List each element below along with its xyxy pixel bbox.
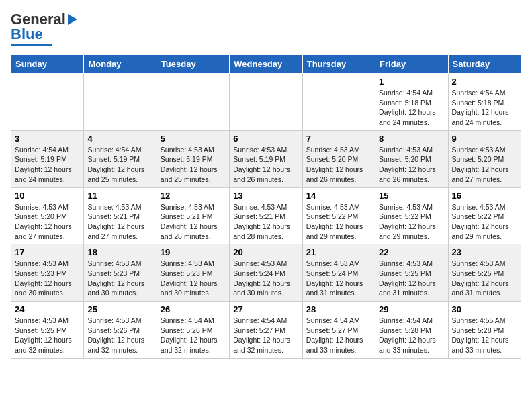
day-info: Sunrise: 4:54 AMSunset: 5:19 PMDaylight:… <box>87 145 152 185</box>
day-number: 4 <box>87 134 152 144</box>
day-number: 16 <box>452 191 517 201</box>
day-info: Sunrise: 4:53 AMSunset: 5:25 PMDaylight:… <box>15 316 80 355</box>
calendar-cell: 11Sunrise: 4:53 AMSunset: 5:21 PMDayligh… <box>84 187 157 244</box>
day-number: 28 <box>306 304 371 314</box>
day-number: 15 <box>379 191 444 201</box>
header-row: SundayMondayTuesdayWednesdayThursdayFrid… <box>11 55 521 74</box>
calendar-cell: 6Sunrise: 4:53 AMSunset: 5:19 PMDaylight… <box>230 130 302 187</box>
calendar-cell: 18Sunrise: 4:53 AMSunset: 5:23 PMDayligh… <box>84 244 157 302</box>
day-number: 23 <box>452 247 517 257</box>
day-info: Sunrise: 4:54 AMSunset: 5:18 PMDaylight:… <box>452 88 517 128</box>
day-number: 20 <box>233 247 298 257</box>
calendar-cell: 28Sunrise: 4:54 AMSunset: 5:27 PMDayligh… <box>302 302 375 359</box>
day-info: Sunrise: 4:53 AMSunset: 5:25 PMDaylight:… <box>379 259 444 298</box>
day-info: Sunrise: 4:53 AMSunset: 5:24 PMDaylight:… <box>233 259 298 298</box>
day-info: Sunrise: 4:53 AMSunset: 5:23 PMDaylight:… <box>161 259 226 298</box>
calendar-cell: 27Sunrise: 4:54 AMSunset: 5:27 PMDayligh… <box>230 302 302 359</box>
day-info: Sunrise: 4:53 AMSunset: 5:19 PMDaylight:… <box>161 145 226 185</box>
calendar-cell: 19Sunrise: 4:53 AMSunset: 5:23 PMDayligh… <box>157 244 229 302</box>
day-info: Sunrise: 4:54 AMSunset: 5:19 PMDaylight:… <box>15 145 80 185</box>
day-number: 1 <box>379 77 444 87</box>
calendar-cell: 30Sunrise: 4:55 AMSunset: 5:28 PMDayligh… <box>448 302 521 359</box>
calendar-cell: 25Sunrise: 4:53 AMSunset: 5:26 PMDayligh… <box>84 302 157 359</box>
calendar-table: SundayMondayTuesdayWednesdayThursdayFrid… <box>11 54 521 359</box>
day-info: Sunrise: 4:53 AMSunset: 5:22 PMDaylight:… <box>379 202 444 242</box>
calendar-week-1: 1Sunrise: 4:54 AMSunset: 5:18 PMDaylight… <box>11 74 521 131</box>
calendar-cell <box>11 74 84 131</box>
weekday-header-wednesday: Wednesday <box>230 55 302 74</box>
logo-underline <box>11 44 52 46</box>
day-number: 30 <box>452 304 517 314</box>
day-info: Sunrise: 4:53 AMSunset: 5:21 PMDaylight:… <box>233 202 298 242</box>
day-info: Sunrise: 4:53 AMSunset: 5:26 PMDaylight:… <box>87 316 152 355</box>
day-number: 5 <box>161 134 226 144</box>
day-info: Sunrise: 4:53 AMSunset: 5:23 PMDaylight:… <box>87 259 152 298</box>
weekday-header-monday: Monday <box>84 55 157 74</box>
day-number: 21 <box>306 247 371 257</box>
day-info: Sunrise: 4:53 AMSunset: 5:22 PMDaylight:… <box>452 202 517 242</box>
day-info: Sunrise: 4:53 AMSunset: 5:21 PMDaylight:… <box>161 202 226 242</box>
calendar-cell <box>230 74 302 131</box>
logo-arrow-icon <box>68 14 77 25</box>
weekday-header-thursday: Thursday <box>302 55 375 74</box>
calendar-cell <box>84 74 157 131</box>
calendar-cell: 24Sunrise: 4:53 AMSunset: 5:25 PMDayligh… <box>11 302 84 359</box>
calendar-cell: 26Sunrise: 4:54 AMSunset: 5:26 PMDayligh… <box>157 302 229 359</box>
day-number: 13 <box>233 191 298 201</box>
day-info: Sunrise: 4:53 AMSunset: 5:22 PMDaylight:… <box>306 202 371 242</box>
calendar-cell: 23Sunrise: 4:53 AMSunset: 5:25 PMDayligh… <box>448 244 521 302</box>
calendar-cell: 9Sunrise: 4:53 AMSunset: 5:20 PMDaylight… <box>448 130 521 187</box>
calendar-cell: 8Sunrise: 4:53 AMSunset: 5:20 PMDaylight… <box>375 130 448 187</box>
day-number: 19 <box>161 247 226 257</box>
header: General Blue <box>11 11 521 46</box>
day-info: Sunrise: 4:53 AMSunset: 5:23 PMDaylight:… <box>15 259 80 298</box>
calendar-week-2: 3Sunrise: 4:54 AMSunset: 5:19 PMDaylight… <box>11 130 521 187</box>
day-number: 11 <box>87 191 152 201</box>
day-number: 18 <box>87 247 152 257</box>
calendar-cell: 2Sunrise: 4:54 AMSunset: 5:18 PMDaylight… <box>448 74 521 131</box>
day-info: Sunrise: 4:53 AMSunset: 5:20 PMDaylight:… <box>452 145 517 185</box>
calendar-week-3: 10Sunrise: 4:53 AMSunset: 5:20 PMDayligh… <box>11 187 521 244</box>
day-info: Sunrise: 4:53 AMSunset: 5:21 PMDaylight:… <box>87 202 152 242</box>
logo-text-blue: Blue <box>11 26 43 43</box>
day-info: Sunrise: 4:54 AMSunset: 5:28 PMDaylight:… <box>379 316 444 355</box>
weekday-header-saturday: Saturday <box>448 55 521 74</box>
day-number: 26 <box>161 304 226 314</box>
day-number: 6 <box>233 134 298 144</box>
calendar-cell: 3Sunrise: 4:54 AMSunset: 5:19 PMDaylight… <box>11 130 84 187</box>
calendar-cell: 22Sunrise: 4:53 AMSunset: 5:25 PMDayligh… <box>375 244 448 302</box>
day-number: 8 <box>379 134 444 144</box>
weekday-header-sunday: Sunday <box>11 55 84 74</box>
day-number: 24 <box>15 304 80 314</box>
calendar-cell: 4Sunrise: 4:54 AMSunset: 5:19 PMDaylight… <box>84 130 157 187</box>
weekday-header-friday: Friday <box>375 55 448 74</box>
day-info: Sunrise: 4:54 AMSunset: 5:18 PMDaylight:… <box>379 88 444 128</box>
day-info: Sunrise: 4:54 AMSunset: 5:27 PMDaylight:… <box>306 316 371 355</box>
calendar-cell <box>302 74 375 131</box>
calendar-cell: 20Sunrise: 4:53 AMSunset: 5:24 PMDayligh… <box>230 244 302 302</box>
day-info: Sunrise: 4:53 AMSunset: 5:19 PMDaylight:… <box>233 145 298 185</box>
calendar-cell: 13Sunrise: 4:53 AMSunset: 5:21 PMDayligh… <box>230 187 302 244</box>
calendar-cell: 17Sunrise: 4:53 AMSunset: 5:23 PMDayligh… <box>11 244 84 302</box>
day-info: Sunrise: 4:55 AMSunset: 5:28 PMDaylight:… <box>452 316 517 355</box>
day-info: Sunrise: 4:53 AMSunset: 5:20 PMDaylight:… <box>15 202 80 242</box>
day-number: 14 <box>306 191 371 201</box>
calendar-cell <box>157 74 229 131</box>
calendar-cell: 29Sunrise: 4:54 AMSunset: 5:28 PMDayligh… <box>375 302 448 359</box>
calendar-cell: 15Sunrise: 4:53 AMSunset: 5:22 PMDayligh… <box>375 187 448 244</box>
day-number: 9 <box>452 134 517 144</box>
day-info: Sunrise: 4:54 AMSunset: 5:27 PMDaylight:… <box>233 316 298 355</box>
day-info: Sunrise: 4:53 AMSunset: 5:24 PMDaylight:… <box>306 259 371 298</box>
day-number: 29 <box>379 304 444 314</box>
calendar-cell: 12Sunrise: 4:53 AMSunset: 5:21 PMDayligh… <box>157 187 229 244</box>
day-number: 12 <box>161 191 226 201</box>
day-number: 10 <box>15 191 80 201</box>
day-info: Sunrise: 4:53 AMSunset: 5:25 PMDaylight:… <box>452 259 517 298</box>
calendar-week-4: 17Sunrise: 4:53 AMSunset: 5:23 PMDayligh… <box>11 244 521 302</box>
day-number: 3 <box>15 134 80 144</box>
day-info: Sunrise: 4:54 AMSunset: 5:26 PMDaylight:… <box>161 316 226 355</box>
calendar-cell: 14Sunrise: 4:53 AMSunset: 5:22 PMDayligh… <box>302 187 375 244</box>
weekday-header-tuesday: Tuesday <box>157 55 229 74</box>
day-number: 7 <box>306 134 371 144</box>
calendar-cell: 5Sunrise: 4:53 AMSunset: 5:19 PMDaylight… <box>157 130 229 187</box>
